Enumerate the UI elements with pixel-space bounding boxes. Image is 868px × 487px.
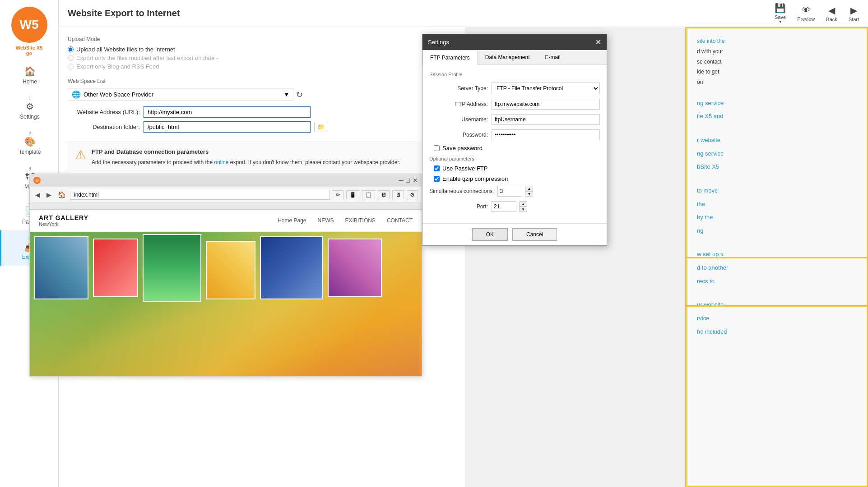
browser-minimize-button[interactable]: ─ [399, 177, 404, 184]
tab-ftp-parameters[interactable]: FTP Parameters [422, 50, 478, 65]
browser-mobile-button[interactable]: 📱 [346, 190, 359, 199]
preview-icon: 👁 [802, 5, 811, 15]
right-link-2[interactable]: ite X5 and [697, 111, 859, 122]
radio-upload-all[interactable]: Upload all Website files to the Internet [68, 46, 456, 53]
sidebar-template-label: Template [19, 149, 41, 155]
port-down-button[interactable]: ▼ [519, 207, 527, 212]
tab-data-management[interactable]: Data Management [478, 50, 538, 64]
right-link-13[interactable]: ur website [697, 299, 859, 311]
port-input[interactable] [492, 201, 516, 212]
website-address-input[interactable] [144, 106, 311, 118]
server-type-select[interactable]: FTP - File Transfer Protocol [492, 83, 600, 94]
use-passive-checkbox[interactable] [434, 165, 440, 171]
ftp-address-input[interactable] [492, 99, 600, 110]
gallery-menu-home[interactable]: Home Page [278, 217, 306, 224]
refresh-button[interactable]: ↻ [296, 90, 303, 100]
username-row: Username: [429, 114, 600, 125]
use-passive-label: Use Passive FTP [442, 165, 487, 172]
right-link-7[interactable]: the [697, 199, 859, 210]
right-link-11[interactable]: d to another [697, 262, 859, 274]
browser-tablet-button[interactable]: 📋 [362, 190, 375, 199]
browser-responsive-button[interactable]: ⚙ [407, 190, 418, 199]
cancel-button[interactable]: Cancel [512, 228, 557, 241]
right-link-4[interactable]: ng service [697, 148, 859, 160]
gallery-menu-contact[interactable]: CONTACT [387, 217, 413, 224]
webspace-provider-icon: 🌐 [72, 90, 81, 99]
preview-button[interactable]: 👁 Preview [797, 5, 815, 22]
right-link-8[interactable]: by the [697, 212, 859, 223]
right-link-6[interactable]: to move [697, 185, 859, 197]
gzip-checkbox[interactable] [434, 176, 440, 182]
radio-upload-modified-input[interactable] [68, 55, 74, 61]
save-password-checkbox[interactable] [434, 145, 440, 151]
dialog-titlebar: Settings ✕ [422, 34, 607, 50]
save-button[interactable]: 💾 Save ▼ [775, 3, 786, 24]
sidebar-item-home[interactable]: 🏠 Home [0, 60, 58, 90]
radio-upload-blog-input[interactable] [68, 64, 74, 69]
upload-mode-label: Upload Mode [68, 36, 456, 42]
radio-upload-blog[interactable]: Export only Blog and RSS Feed [68, 63, 456, 70]
simultaneous-row: Simultaneous connections: ▲ ▼ [429, 186, 600, 197]
browser-desktop-small-button[interactable]: 🖥 [378, 190, 390, 199]
online-link[interactable]: online [214, 159, 228, 165]
server-type-label: Server Type: [429, 85, 488, 92]
browser-close-button[interactable]: ✕ [413, 177, 418, 184]
browser-maximize-button[interactable]: □ [406, 177, 410, 184]
sidebar-settings-label: Settings [20, 114, 39, 120]
port-up-button[interactable]: ▲ [519, 201, 527, 207]
sidebar-item-settings[interactable]: 1 ⚙ Settings [0, 90, 58, 125]
right-link-12[interactable]: recs to [697, 276, 859, 287]
right-link-1[interactable]: ng service [697, 98, 859, 109]
browser-url-input[interactable] [70, 190, 330, 200]
browser-forward-button[interactable]: ▶ [45, 190, 53, 199]
ok-button[interactable]: OK [472, 228, 508, 241]
simultaneous-up-button[interactable]: ▲ [525, 186, 533, 191]
browser-back-button[interactable]: ◀ [33, 190, 42, 199]
right-link-14[interactable]: rvice [697, 313, 859, 324]
start-icon: ▶ [850, 5, 857, 16]
simultaneous-spinner: ▲ ▼ [497, 186, 533, 197]
right-panel-text: site into the d with your se contact ide… [697, 36, 859, 337]
password-input[interactable] [492, 129, 600, 140]
tab-email[interactable]: E-mail [538, 50, 568, 64]
right-link-15[interactable]: he included [697, 326, 859, 338]
webspace-dropdown-row: 🌐 Other Web Space Provider ▼ ↻ [68, 88, 456, 101]
address-row: Website Address (URL): Destination folde… [68, 106, 456, 133]
browser-viewport: ART GALLERY NewYork Home Page NEWS EXIBI… [30, 210, 422, 376]
sidebar-item-template[interactable]: 2 🎨 Template [0, 125, 58, 161]
back-button[interactable]: ◀ Back [826, 5, 837, 22]
destination-folder-input[interactable] [144, 121, 311, 133]
info-description: Add the necessary parameters to proceed … [92, 159, 400, 165]
webspace-dropdown[interactable]: 🌐 Other Web Space Provider ▼ [68, 88, 293, 101]
browser-home-button[interactable]: 🏠 [56, 190, 67, 199]
folder-browse-button[interactable]: 📁 [314, 122, 328, 132]
info-title: FTP and Database connection parameters [92, 147, 400, 156]
server-type-row: Server Type: FTP - File Transfer Protoco… [429, 83, 600, 94]
gallery-nav: ART GALLERY NewYork Home Page NEWS EXIBI… [30, 210, 422, 232]
simultaneous-down-button[interactable]: ▼ [525, 191, 533, 197]
right-link-9[interactable]: ng [697, 225, 859, 237]
right-link-5[interactable]: bSite X5 [697, 161, 859, 173]
browser-edit-button[interactable]: ✏ [333, 190, 343, 199]
gzip-row: Enable gzip compression [429, 175, 600, 182]
start-button[interactable]: ▶ Start [849, 5, 859, 22]
right-link-3[interactable]: r website [697, 135, 859, 146]
sidebar-home-label: Home [23, 78, 37, 85]
simultaneous-input[interactable] [497, 186, 522, 197]
dialog-close-button[interactable]: ✕ [595, 38, 601, 46]
radio-upload-modified[interactable]: Export only the files modified after las… [68, 55, 456, 61]
right-link-10[interactable]: w set up a [697, 249, 859, 260]
browser-window: W ─ □ ✕ ◀ ▶ 🏠 ✏ 📱 📋 🖥 🖥 ⚙ ART GALLERY Ne… [29, 174, 422, 377]
username-input[interactable] [492, 114, 600, 125]
gallery-menu-news[interactable]: NEWS [318, 217, 334, 224]
topbar-actions: 💾 Save ▼ 👁 Preview ◀ Back ▶ Start [775, 3, 859, 24]
website-address-label: Website Address (URL): [68, 109, 140, 115]
browser-desktop-button[interactable]: 🖥 [392, 190, 404, 199]
dialog-footer: OK Cancel [422, 223, 607, 245]
radio-upload-all-input[interactable] [68, 46, 74, 52]
logo-text: W5 [20, 18, 39, 32]
gallery-hero [30, 232, 422, 376]
gallery-logo-box: ART GALLERY NewYork [39, 214, 88, 227]
template-icon: 🎨 [24, 136, 36, 147]
gallery-menu-exhibitions[interactable]: EXIBITIONS [345, 217, 376, 224]
